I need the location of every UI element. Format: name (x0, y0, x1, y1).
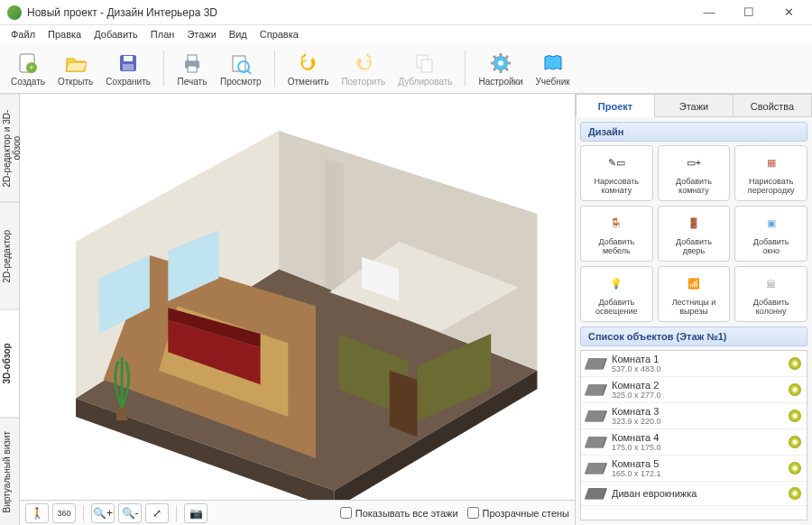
room-icon (585, 358, 606, 369)
visibility-icon[interactable] (789, 357, 801, 370)
visibility-icon[interactable] (789, 462, 801, 474)
palette-add-room[interactable]: ▭+Добавитькомнату (658, 145, 731, 201)
add-room-icon: ▭+ (682, 152, 706, 175)
palette-add-furniture[interactable]: 🪑Добавитьмебель (580, 206, 653, 262)
duplicate-button[interactable]: Дублировать (392, 49, 457, 88)
object-list[interactable]: Комната 1537.0 x 483.0 Комната 2325.0 x … (580, 350, 807, 520)
menu-edit[interactable]: Правка (42, 27, 87, 41)
floorplan-3d-icon (20, 94, 575, 500)
objects-section-header: Список объектов (Этаж №1) (580, 327, 807, 346)
view-footer: 🚶 360 🔍+ 🔍- ⤢ 📷 Показывать все этажи Про… (20, 500, 575, 525)
visibility-icon[interactable] (789, 487, 801, 500)
create-button[interactable]: + Создать (5, 49, 51, 88)
menu-file[interactable]: Файл (5, 27, 41, 41)
app-icon (7, 5, 22, 20)
tab-floors[interactable]: Этажи (655, 94, 734, 117)
list-item[interactable]: Комната 5165.0 x 172.1 (581, 456, 807, 482)
sofa-icon (585, 488, 606, 499)
visibility-icon[interactable] (789, 383, 801, 396)
svg-rect-4 (124, 56, 133, 61)
list-item[interactable]: Диван еврокнижка (581, 482, 807, 506)
open-button[interactable]: Открыть (52, 49, 98, 88)
vertical-tabs: 2D-редактор и 3D-обзор 2D-редактор 3D-об… (0, 94, 20, 525)
svg-line-11 (247, 70, 251, 74)
door-icon: 🚪 (682, 212, 706, 235)
preview-icon (228, 51, 254, 76)
tutorial-button[interactable]: Учебник (531, 49, 576, 88)
menu-floors[interactable]: Этажи (181, 27, 221, 41)
book-icon (540, 51, 566, 76)
palette-add-door[interactable]: 🚪Добавитьдверь (658, 206, 731, 262)
palette-add-window[interactable]: ▣Добавитьокно (734, 206, 807, 262)
pencil-room-icon: ✎▭ (604, 152, 628, 175)
room-icon (585, 410, 606, 421)
tab-properties[interactable]: Свойства (734, 94, 812, 117)
list-item[interactable]: Комната 3323.9 x 220.0 (581, 403, 807, 429)
close-button[interactable]: ✕ (769, 0, 808, 25)
visibility-icon[interactable] (789, 410, 801, 422)
palette-draw-wall[interactable]: ▦Нарисоватьперегородку (734, 145, 807, 201)
menubar: Файл Правка Добавить План Этажи Вид Спра… (0, 25, 812, 43)
side-panel: Проект Этажи Свойства Дизайн ✎▭Нарисоват… (575, 94, 812, 525)
menu-view[interactable]: Вид (224, 27, 253, 41)
svg-rect-8 (188, 66, 197, 72)
gear-icon (488, 51, 513, 76)
svg-marker-27 (325, 159, 343, 295)
menu-help[interactable]: Справка (254, 27, 304, 41)
palette-add-light[interactable]: 💡Добавитьосвещение (580, 266, 653, 322)
save-button[interactable]: Сохранить (100, 49, 156, 88)
window-title: Новый проект - Дизайн Интерьера 3D (27, 6, 217, 19)
titlebar: Новый проект - Дизайн Интерьера 3D — ☐ ✕ (0, 0, 812, 25)
list-item[interactable]: Комната 4175.0 x 175.0 (581, 429, 807, 456)
vtab-2d-editor[interactable]: 2D-редактор (0, 202, 19, 310)
list-item[interactable]: Комната 2325.0 x 277.0 (581, 377, 807, 403)
tab-project[interactable]: Проект (576, 94, 655, 117)
vtab-3d-view[interactable]: 3D-обзор (0, 309, 19, 418)
svg-marker-39 (390, 371, 418, 438)
visibility-icon[interactable] (789, 436, 801, 448)
transparent-walls-checkbox[interactable]: Прозрачные стены (467, 507, 569, 519)
print-icon (180, 51, 205, 76)
undo-button[interactable]: Отменить (282, 49, 335, 88)
3d-viewport[interactable] (20, 94, 575, 500)
bulb-icon: 💡 (604, 272, 628, 296)
snapshot-button[interactable]: 📷 (184, 503, 208, 523)
redo-button[interactable]: Повторить (336, 49, 391, 88)
list-item[interactable]: Комната 1537.0 x 483.0 (581, 351, 807, 377)
room-icon (585, 437, 606, 447)
toolbar: + Создать Открыть Сохранить Печать Просм… (0, 43, 812, 94)
menu-add[interactable]: Добавить (88, 27, 143, 41)
window-icon: ▣ (760, 212, 783, 235)
walk-button[interactable]: 🚶 (25, 503, 49, 523)
print-button[interactable]: Печать (171, 49, 213, 88)
save-icon (115, 51, 141, 76)
minimize-button[interactable]: — (689, 0, 729, 25)
duplicate-icon (412, 51, 438, 76)
svg-text:+: + (29, 63, 33, 72)
new-file-icon: + (15, 51, 41, 76)
360-button[interactable]: 360 (52, 503, 76, 523)
zoom-out-button[interactable]: 🔍- (118, 503, 142, 523)
settings-button[interactable]: Настройки (473, 49, 528, 88)
palette-add-column[interactable]: 🏛Добавитьколонну (734, 266, 807, 322)
menu-plan[interactable]: План (145, 27, 180, 41)
preview-button[interactable]: Просмотр (215, 49, 267, 88)
zoom-in-button[interactable]: 🔍+ (91, 503, 115, 523)
room-icon (585, 384, 606, 395)
palette-draw-room[interactable]: ✎▭Нарисоватькомнату (580, 145, 653, 201)
svg-rect-5 (123, 64, 134, 70)
folder-open-icon (63, 51, 88, 76)
stairs-icon: 📶 (682, 272, 706, 296)
svg-point-21 (498, 60, 503, 66)
redo-icon (351, 51, 376, 76)
chair-icon: 🪑 (604, 212, 628, 235)
fit-button[interactable]: ⤢ (145, 503, 169, 523)
palette-stairs[interactable]: 📶Лестницы ивырезы (658, 266, 731, 322)
design-palette: ✎▭Нарисоватькомнату ▭+Добавитькомнату ▦Н… (576, 145, 812, 322)
brick-wall-icon: ▦ (760, 152, 783, 175)
svg-rect-7 (188, 55, 197, 61)
show-all-floors-checkbox[interactable]: Показывать все этажи (340, 507, 458, 519)
vtab-virtual-visit[interactable]: Виртуальный визит (0, 418, 19, 526)
maximize-button[interactable]: ☐ (729, 0, 769, 25)
vtab-combo[interactable]: 2D-редактор и 3D-обзор (0, 94, 19, 202)
